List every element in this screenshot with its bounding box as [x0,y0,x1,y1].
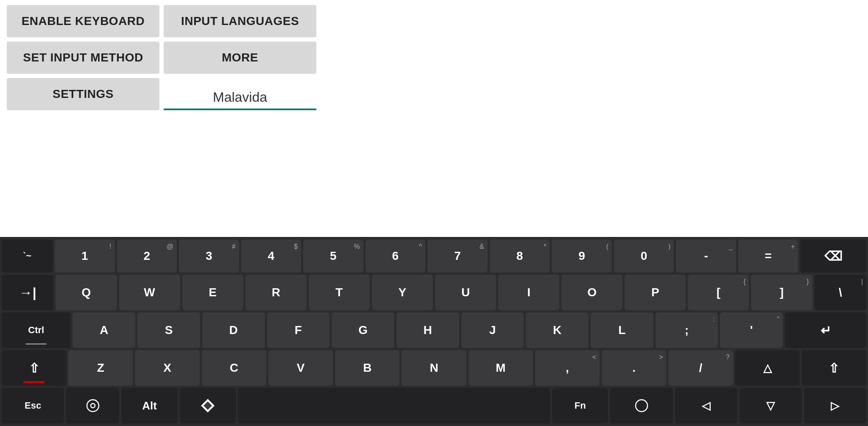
key-period[interactable]: .> [602,350,666,386]
key-1[interactable]: 1! [55,239,115,273]
key-diamond[interactable] [180,388,236,423]
key-backtick[interactable]: `~ [2,239,53,273]
enable-keyboard-button[interactable]: ENABLE KEYBOARD [7,5,159,37]
tab-malavida[interactable]: Malavida [164,78,316,110]
key-7-super: & [480,243,484,251]
key-b[interactable]: B [335,350,399,386]
key-semicolon-super: : [713,316,714,323]
key-w[interactable]: W [119,275,180,310]
key-h[interactable]: H [396,312,459,348]
key-arrow-right[interactable]: ▷ [804,388,866,423]
key-close-bracket-super: } [807,278,809,286]
key-n[interactable]: N [402,350,466,386]
shift-indicator [23,381,45,383]
key-0[interactable]: 0) [614,239,674,273]
key-arrow-up[interactable]: △ [735,350,800,386]
key-7[interactable]: 7& [427,239,488,273]
key-2-super: @ [167,243,173,251]
key-f[interactable]: F [267,312,330,348]
key-3-super: # [232,243,236,251]
keyboard-row-bottom: Esc Alt Fn ◁ ▽ ▷ [2,388,866,423]
key-semicolon[interactable]: ;: [656,312,718,348]
key-k[interactable]: K [526,312,589,348]
keyboard-row-numbers: `~ 1! 2@ 3# 4$ 5% 6^ 7& 8* 9( 0) -_ =+ ⌫ [2,239,866,273]
key-j[interactable]: J [461,312,524,348]
key-arrow-left[interactable]: ◁ [675,388,737,423]
key-o[interactable]: O [561,275,622,310]
key-3[interactable]: 3# [179,239,239,273]
key-backslash[interactable]: \| [815,275,866,310]
settings-button[interactable]: SETTINGS [7,78,159,110]
key-z[interactable]: Z [68,350,133,386]
key-a[interactable]: A [73,312,135,348]
key-equals[interactable]: =+ [738,239,798,273]
key-r[interactable]: R [246,275,307,310]
key-slash-super: ? [726,354,730,361]
key-shift-left[interactable]: ⇧ [2,350,66,386]
circle-icon [634,398,649,413]
key-tab[interactable]: →| [2,275,53,310]
key-2[interactable]: 2@ [117,239,177,273]
svg-point-4 [636,400,648,412]
ctrl-indicator [25,343,47,345]
key-4[interactable]: 4$ [241,239,301,273]
more-button[interactable]: MORE [164,42,316,74]
key-9[interactable]: 9( [552,239,612,273]
key-6[interactable]: 6^ [366,239,426,273]
set-input-method-button[interactable]: SET INPUT METHOD [7,42,159,74]
svg-point-1 [87,400,99,412]
key-alt[interactable]: Alt [121,388,177,423]
key-esc[interactable]: Esc [2,388,64,423]
key-i[interactable]: I [498,275,559,310]
key-8-super: * [544,243,546,251]
key-space[interactable] [238,388,550,423]
key-equals-super: + [791,243,795,251]
input-languages-button[interactable]: INPUT LANGUAGES [164,5,316,37]
key-quote[interactable]: '" [720,312,783,348]
key-x[interactable]: X [135,350,199,386]
key-backslash-super: | [861,278,863,286]
key-settings-icon[interactable] [66,388,119,423]
key-6-super: ^ [419,243,422,251]
key-y[interactable]: Y [372,275,433,310]
key-l[interactable]: L [591,312,653,348]
key-5[interactable]: 5% [303,239,363,273]
key-ctrl[interactable]: Ctrl [2,312,70,348]
key-1-super: ! [109,243,111,251]
key-enter[interactable]: ↵ [785,312,866,348]
key-5-super: % [354,243,360,251]
diamond-icon [200,398,215,413]
key-slash[interactable]: /? [668,350,733,386]
virtual-keyboard: `~ 1! 2@ 3# 4$ 5% 6^ 7& 8* 9( 0) -_ =+ ⌫… [0,237,868,426]
keyboard-row-zxcv: ⇧ Z X C V B N M ,< .> /? △ ⇧ [2,350,866,386]
key-close-bracket[interactable]: ]} [751,275,812,310]
key-q[interactable]: Q [56,275,117,310]
key-v[interactable]: V [268,350,333,386]
key-0-super: ) [668,243,670,251]
key-open-bracket[interactable]: [{ [688,275,749,310]
key-backspace[interactable]: ⌫ [800,239,866,273]
key-s[interactable]: S [137,312,200,348]
key-shift-right[interactable]: ⇧ [802,350,866,386]
key-fn[interactable]: Fn [552,388,608,423]
key-minus[interactable]: -_ [676,239,736,273]
key-quote-super: " [777,316,779,323]
key-m[interactable]: M [469,350,533,386]
keyboard-row-asdf: Ctrl A S D F G H J K L ;: '" ↵ [2,312,866,348]
keyboard-row-qwerty: →| Q W E R T Y U I O P [{ ]} \| [2,275,866,310]
key-c[interactable]: C [202,350,266,386]
key-comma-super: < [592,354,596,361]
key-u[interactable]: U [435,275,496,310]
key-comma[interactable]: ,< [535,350,600,386]
key-period-super: > [659,354,663,361]
key-g[interactable]: G [332,312,394,348]
key-t[interactable]: T [309,275,370,310]
key-d[interactable]: D [202,312,265,348]
key-arrow-down[interactable]: ▽ [740,388,802,423]
key-9-super: ( [606,243,608,251]
key-home[interactable] [610,388,673,423]
key-e[interactable]: E [182,275,243,310]
svg-point-0 [91,404,95,408]
key-8[interactable]: 8* [490,239,550,273]
key-p[interactable]: P [625,275,686,310]
